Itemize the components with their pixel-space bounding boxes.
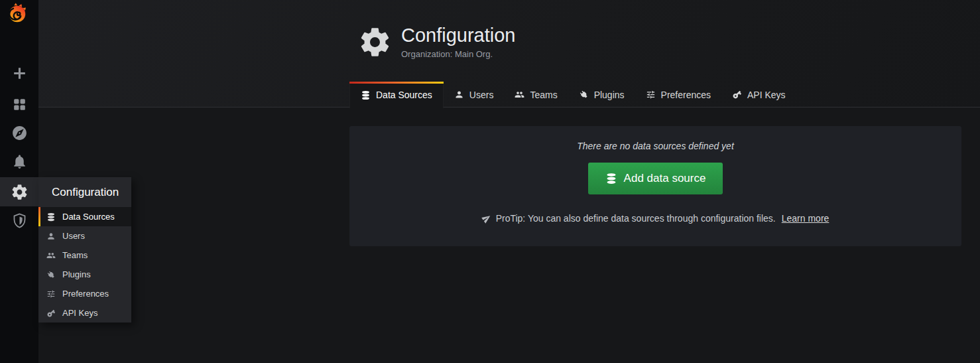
apps-icon [11, 96, 28, 113]
database-icon [361, 90, 371, 100]
flyout-item-label: Teams [62, 250, 88, 260]
gear-icon [358, 25, 392, 59]
tab-label: Data Sources [376, 90, 432, 100]
key-icon [46, 309, 56, 318]
plug-icon [46, 270, 56, 279]
sidebar-item-server-admin[interactable] [0, 211, 38, 230]
flyout-item-plugins[interactable]: Plugins [38, 265, 131, 284]
sidebar-item-create[interactable] [0, 64, 38, 82]
database-icon [46, 212, 56, 222]
sidebar-item-configuration[interactable] [0, 177, 38, 206]
tab-bar: Data Sources Users Teams Plugins Prefere… [349, 82, 796, 108]
users-icon [515, 90, 524, 100]
sidebar-item-explore[interactable] [0, 123, 38, 142]
tab-label: Plugins [594, 90, 625, 100]
flyout-item-data-sources[interactable]: Data Sources [38, 207, 131, 226]
data-sources-panel: There are no data sources defined yet Ad… [349, 126, 961, 246]
protip-row: ProTip: You can also define data sources… [349, 213, 961, 224]
page-title-block: Configuration Organization: Main Org. [358, 25, 516, 59]
user-icon [454, 90, 464, 100]
page-title: Configuration [401, 25, 516, 46]
tab-api-keys[interactable]: API Keys [721, 82, 796, 108]
empty-state-message: There are no data sources defined yet [349, 126, 961, 151]
flyout-item-label: API Keys [62, 308, 97, 318]
bell-icon [11, 153, 28, 170]
flyout-item-teams[interactable]: Teams [38, 246, 131, 265]
flyout-item-api-keys[interactable]: API Keys [38, 303, 131, 323]
sliders-icon [46, 289, 56, 299]
sidebar [0, 0, 38, 363]
protip-text: ProTip: You can also define data sources… [496, 213, 776, 224]
flyout-title: Configuration [38, 177, 131, 207]
flyout-item-label: Users [62, 231, 85, 241]
tab-label: Teams [530, 90, 557, 100]
grafana-logo-icon[interactable] [6, 2, 29, 25]
plus-icon [11, 65, 28, 82]
sliders-icon [646, 90, 656, 100]
add-data-source-button[interactable]: Add data source [588, 163, 723, 194]
flyout-item-preferences[interactable]: Preferences [38, 284, 131, 303]
gear-icon [11, 183, 29, 201]
flyout-item-label: Plugins [62, 269, 91, 279]
flyout-item-label: Data Sources [62, 212, 115, 222]
compass-icon [11, 125, 28, 141]
flyout-item-label: Preferences [62, 289, 109, 299]
tab-data-sources[interactable]: Data Sources [349, 82, 444, 108]
shield-icon [11, 212, 28, 229]
tab-preferences[interactable]: Preferences [635, 82, 721, 108]
user-icon [46, 232, 56, 241]
page-subtitle: Organization: Main Org. [401, 49, 516, 59]
plug-icon [579, 90, 589, 100]
main-content: Configuration Organization: Main Org. Da… [38, 0, 980, 363]
users-icon [46, 251, 56, 260]
tab-users[interactable]: Users [444, 82, 505, 108]
flyout-item-users[interactable]: Users [38, 226, 131, 246]
tab-label: Preferences [661, 90, 711, 100]
rocket-icon [480, 212, 493, 224]
learn-more-link[interactable]: Learn more [782, 213, 829, 224]
configuration-flyout-menu: Configuration Data Sources Users Teams P… [38, 177, 131, 323]
sidebar-item-dashboards[interactable] [0, 95, 38, 113]
tab-label: Users [469, 90, 494, 100]
tab-teams[interactable]: Teams [504, 82, 568, 108]
tab-label: API Keys [747, 90, 786, 100]
database-icon [605, 173, 617, 184]
sidebar-item-alerting[interactable] [0, 152, 38, 171]
add-data-source-label: Add data source [624, 172, 706, 185]
tab-plugins[interactable]: Plugins [568, 82, 635, 108]
key-icon [732, 90, 742, 100]
